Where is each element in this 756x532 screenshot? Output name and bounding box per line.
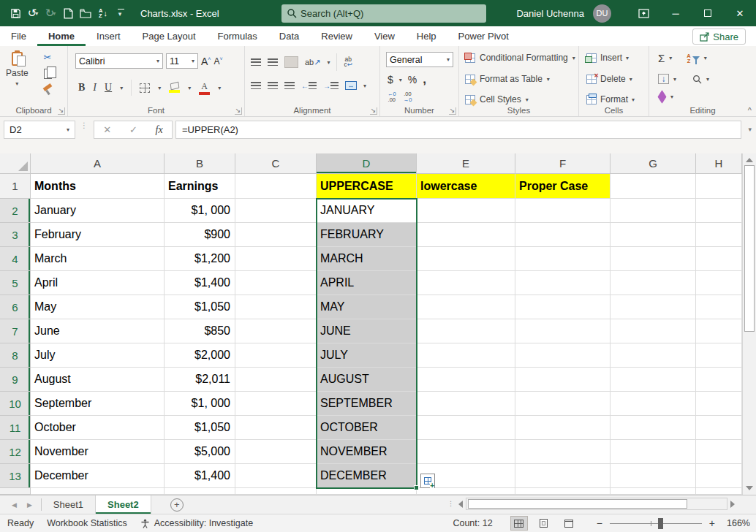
cell-month[interactable]: May	[31, 295, 165, 319]
cell[interactable]	[515, 247, 611, 271]
sheet-nav-right-icon[interactable]: ▶	[27, 501, 32, 509]
cell-uppercase[interactable]: JULY	[317, 343, 417, 368]
cell[interactable]	[696, 319, 742, 343]
row-header[interactable]: 2	[0, 199, 31, 223]
row-header[interactable]: 12	[0, 440, 31, 464]
tab-view[interactable]: View	[363, 26, 406, 46]
cell[interactable]	[611, 440, 696, 464]
cell[interactable]	[235, 368, 317, 392]
cell[interactable]	[611, 223, 696, 247]
clear-icon[interactable]	[657, 90, 666, 104]
cell[interactable]	[611, 271, 696, 295]
number-dialog-launcher[interactable]: ↘	[449, 107, 456, 115]
find-select-icon[interactable]	[692, 75, 702, 84]
cell-uppercase[interactable]: APRIL	[317, 271, 417, 295]
cell-uppercase[interactable]: MARCH	[317, 247, 417, 271]
cell-earnings[interactable]: $1,050	[165, 416, 235, 440]
avatar[interactable]: DU	[593, 4, 611, 23]
minimize-button[interactable]: ─	[659, 0, 692, 26]
cell[interactable]	[611, 343, 696, 368]
horizontal-scrollbar[interactable]: ⋮	[447, 497, 747, 511]
cell-uppercase-header[interactable]: UPPERCASE	[317, 174, 417, 199]
cell-month[interactable]: August	[31, 368, 165, 392]
cell[interactable]	[696, 488, 742, 495]
cell[interactable]	[515, 440, 611, 464]
accessibility-button[interactable]: Accessibility: Investigate	[140, 518, 253, 528]
cell[interactable]	[696, 247, 742, 271]
cell[interactable]	[235, 440, 317, 464]
increase-decimal-icon[interactable]: ←0.00	[388, 91, 396, 103]
collapse-ribbon-icon[interactable]: ^	[748, 106, 752, 115]
column-header-g[interactable]: G	[611, 153, 696, 174]
scroll-up-icon[interactable]	[746, 158, 753, 162]
cell-propercase-header[interactable]: Proper Case	[515, 174, 611, 199]
cell-month[interactable]: April	[31, 271, 165, 295]
scroll-down-icon[interactable]	[746, 486, 753, 490]
cell-month[interactable]: January	[31, 199, 165, 223]
decrease-indent-icon[interactable]: ←	[301, 82, 317, 90]
row-header[interactable]: 6	[0, 295, 31, 319]
cell[interactable]	[515, 488, 611, 495]
cell[interactable]	[515, 343, 611, 368]
cell[interactable]	[515, 464, 611, 488]
conditional-formatting-button[interactable]: Conditional Formatting	[480, 53, 568, 63]
autofill-options-button[interactable]	[420, 474, 435, 488]
close-button[interactable]: ✕	[724, 0, 756, 26]
column-header-c[interactable]: C	[235, 153, 317, 174]
cell[interactable]	[696, 343, 742, 368]
row-header[interactable]: 5	[0, 271, 31, 295]
cell[interactable]	[696, 368, 742, 392]
decrease-font-icon[interactable]: A˅	[213, 56, 222, 66]
column-header-b[interactable]: B	[165, 153, 235, 174]
cell-month[interactable]: November	[31, 440, 165, 464]
maximize-button[interactable]	[692, 0, 724, 26]
sheet-nav-left-icon[interactable]: ◀	[12, 501, 17, 509]
cell-lowercase-header[interactable]: lowercase	[417, 174, 515, 199]
cell-earnings[interactable]: $1,200	[165, 247, 235, 271]
format-painter-icon[interactable]	[42, 85, 53, 95]
normal-view-button[interactable]	[510, 516, 528, 531]
align-top-icon[interactable]	[251, 58, 261, 66]
clipboard-dialog-launcher[interactable]: ↘	[58, 107, 65, 115]
align-bottom-icon[interactable]	[284, 56, 298, 68]
column-header-f[interactable]: F	[515, 153, 611, 174]
sheet-tab-sheet2[interactable]: Sheet2	[96, 495, 151, 514]
cell[interactable]	[515, 223, 611, 247]
font-color-icon[interactable]: A	[199, 81, 210, 95]
cell-month[interactable]: February	[31, 223, 165, 247]
new-sheet-button[interactable]: +	[170, 498, 184, 512]
bold-button[interactable]: B	[78, 82, 85, 94]
cell[interactable]	[417, 343, 515, 368]
row-header[interactable]	[0, 488, 31, 495]
save-icon[interactable]	[7, 4, 23, 23]
open-file-icon[interactable]	[78, 4, 94, 23]
increase-indent-icon[interactable]: →	[323, 82, 339, 90]
tab-data[interactable]: Data	[268, 26, 310, 46]
zoom-out-button[interactable]: −	[597, 517, 602, 529]
scroll-right-icon[interactable]	[730, 501, 735, 508]
cell[interactable]	[515, 319, 611, 343]
undo-icon[interactable]: ↺▾	[25, 4, 41, 23]
cell[interactable]	[696, 416, 742, 440]
sheet-tab-sheet1[interactable]: Sheet1	[42, 495, 96, 514]
cell[interactable]	[696, 440, 742, 464]
tab-power-pivot[interactable]: Power Pivot	[447, 26, 520, 46]
cell[interactable]	[417, 440, 515, 464]
enter-icon[interactable]: ✓	[129, 124, 137, 135]
cell-uppercase[interactable]: AUGUST	[317, 368, 417, 392]
column-header-h[interactable]: H	[696, 153, 742, 174]
zoom-level[interactable]: 166%	[722, 518, 750, 528]
column-header-d[interactable]: D	[317, 153, 417, 174]
name-box[interactable]: D2▾	[4, 121, 75, 139]
cut-icon[interactable]: ✂	[44, 52, 52, 63]
delete-cells-icon[interactable]	[586, 75, 597, 84]
number-format-select[interactable]: General▾	[386, 52, 453, 67]
cell-uppercase[interactable]: SEPTEMBER	[317, 392, 417, 416]
row-header[interactable]: 8	[0, 343, 31, 368]
percent-style-icon[interactable]: %	[408, 74, 417, 86]
align-center-icon[interactable]	[268, 82, 278, 90]
cell-earnings[interactable]: $1, 000	[165, 392, 235, 416]
format-as-table-button[interactable]: Format as Table	[480, 74, 543, 84]
customize-toolbar-icon[interactable]: ▾	[113, 4, 129, 23]
cell[interactable]	[696, 271, 742, 295]
